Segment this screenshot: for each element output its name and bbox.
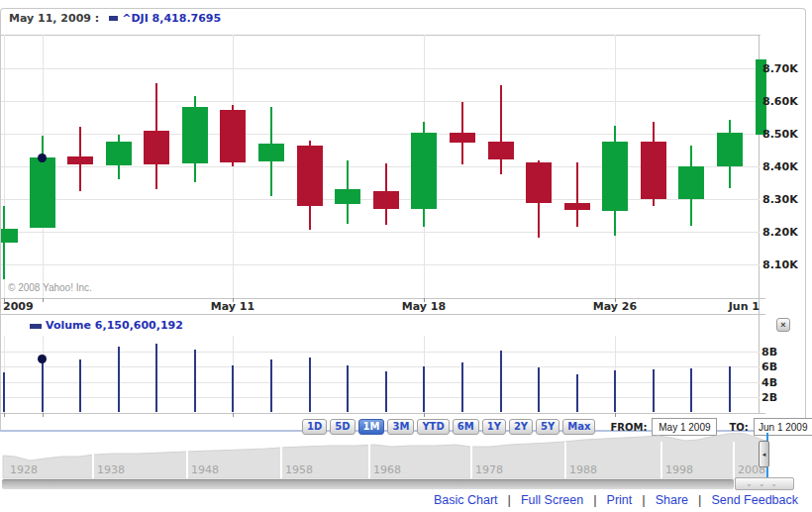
volume-axis-label: 6B bbox=[761, 360, 777, 373]
volume-bar[interactable] bbox=[538, 367, 540, 412]
footer-link-basic-chart[interactable]: Basic Chart bbox=[434, 493, 498, 507]
candlestick[interactable] bbox=[144, 131, 169, 164]
volume-bar[interactable] bbox=[423, 366, 425, 412]
volume-gridline bbox=[1, 397, 760, 398]
volume-bar[interactable] bbox=[79, 359, 81, 412]
price-axis-label: 8.30K bbox=[762, 193, 798, 206]
x-tick bbox=[4, 413, 5, 417]
volume-bar[interactable] bbox=[500, 351, 502, 412]
decade-separator bbox=[280, 442, 282, 478]
volume-bar[interactable] bbox=[194, 350, 196, 412]
decade-label: 1948 bbox=[191, 463, 219, 476]
x-tick bbox=[615, 298, 616, 302]
volume-bar[interactable] bbox=[42, 358, 44, 412]
candlestick[interactable] bbox=[335, 189, 360, 204]
candlestick[interactable] bbox=[258, 144, 284, 161]
candlestick[interactable] bbox=[106, 142, 132, 165]
price-axis-label: 8.60K bbox=[762, 95, 798, 108]
volume-bar[interactable] bbox=[232, 365, 234, 412]
candlestick[interactable] bbox=[411, 133, 437, 209]
header-symbol: ^DJI bbox=[122, 12, 149, 25]
decade-label: 1978 bbox=[475, 463, 503, 476]
decade-label: 1928 bbox=[10, 463, 38, 476]
close-volume-button[interactable]: × bbox=[776, 318, 790, 332]
header-date: May 11, 2009 : bbox=[9, 12, 99, 25]
candlestick[interactable] bbox=[602, 142, 628, 211]
footer-link-share[interactable]: Share bbox=[656, 493, 688, 507]
price-chart[interactable] bbox=[1, 35, 766, 298]
price-axis-label: 8.50K bbox=[762, 128, 798, 141]
candlestick[interactable] bbox=[30, 157, 55, 228]
volume-bar[interactable] bbox=[614, 370, 616, 412]
volume-gridline bbox=[1, 352, 760, 353]
footer-link-full-screen[interactable]: Full Screen bbox=[521, 493, 583, 507]
timeline-scroll-track[interactable] bbox=[2, 479, 734, 489]
volume-gridline bbox=[1, 366, 760, 367]
series-legend-swatch bbox=[109, 16, 118, 21]
x-tick bbox=[424, 298, 425, 302]
volume-bar[interactable] bbox=[653, 369, 655, 412]
volume-legend: Volume 6,150,600,192 bbox=[30, 319, 183, 333]
candlestick[interactable] bbox=[182, 107, 208, 163]
week-gridline bbox=[233, 35, 234, 298]
price-axis-label: 8.20K bbox=[762, 226, 798, 239]
candlestick[interactable] bbox=[450, 133, 475, 143]
candlestick[interactable] bbox=[373, 191, 399, 209]
candlestick[interactable] bbox=[641, 142, 666, 199]
candlestick[interactable] bbox=[678, 166, 704, 199]
volume-bar[interactable] bbox=[461, 362, 463, 412]
volume-bar[interactable] bbox=[385, 371, 387, 412]
timeline-slider-handle[interactable]: ◂ bbox=[759, 441, 769, 467]
footer-separator: | bbox=[642, 492, 645, 507]
date-axis-label: Jun 1 bbox=[680, 300, 760, 313]
timeline-expand-button[interactable]: ⌄⌄⌄ bbox=[735, 477, 794, 490]
footer-link-send-feedback[interactable]: Send Feedback bbox=[711, 493, 798, 507]
footer-link-print[interactable]: Print bbox=[607, 493, 633, 507]
selected-point-marker bbox=[38, 154, 47, 162]
footer-separator: | bbox=[593, 492, 596, 507]
chart-header: May 11, 2009 :^DJI 8,418.7695 bbox=[9, 12, 221, 28]
volume-bar[interactable] bbox=[729, 366, 731, 412]
candlestick[interactable] bbox=[717, 133, 743, 166]
price-axis-label: 8.10K bbox=[762, 258, 798, 271]
candlestick[interactable] bbox=[526, 162, 552, 203]
volume-chart[interactable] bbox=[1, 336, 760, 413]
price-plot-bottom-border bbox=[1, 298, 765, 299]
volume-axis-label: 2B bbox=[761, 391, 777, 404]
decade-separator bbox=[470, 442, 472, 478]
decade-label: 1968 bbox=[373, 463, 401, 476]
volume-legend-value: 6,150,600,192 bbox=[95, 319, 183, 332]
volume-bar[interactable] bbox=[270, 359, 272, 412]
price-gridline bbox=[1, 232, 760, 233]
volume-bar[interactable] bbox=[155, 344, 157, 412]
header-value: 8,418.7695 bbox=[152, 12, 222, 25]
volume-legend-swatch bbox=[30, 324, 42, 329]
volume-axis-label: 8B bbox=[761, 346, 777, 358]
candlestick[interactable] bbox=[220, 110, 246, 162]
decade-label: 1938 bbox=[97, 463, 125, 476]
volume-bar[interactable] bbox=[576, 374, 578, 412]
x-tick bbox=[4, 298, 5, 302]
to-label: TO: bbox=[729, 422, 748, 433]
price-gridline bbox=[1, 101, 760, 102]
x-tick bbox=[233, 413, 234, 417]
candle-wick[interactable] bbox=[3, 206, 5, 279]
candlestick[interactable] bbox=[67, 156, 93, 164]
volume-bar[interactable] bbox=[3, 372, 5, 412]
selected-volume-marker bbox=[38, 355, 47, 363]
decade-separator bbox=[733, 442, 735, 478]
volume-bar[interactable] bbox=[690, 368, 692, 412]
candlestick[interactable] bbox=[488, 142, 514, 159]
decade-separator bbox=[92, 442, 94, 478]
candlestick[interactable] bbox=[1, 229, 18, 243]
candle-wick[interactable] bbox=[576, 162, 578, 227]
volume-bar[interactable] bbox=[347, 365, 349, 412]
volume-bar[interactable] bbox=[118, 347, 120, 412]
candlestick[interactable] bbox=[297, 146, 323, 206]
footer-separator: | bbox=[508, 492, 511, 507]
candlestick[interactable] bbox=[564, 203, 590, 210]
volume-bar[interactable] bbox=[309, 358, 311, 412]
candle-wick[interactable] bbox=[500, 85, 502, 174]
volume-gridline bbox=[1, 382, 760, 383]
timeline-navigator: 192819381948195819681978198819982008 ◂ ⌄… bbox=[0, 433, 812, 490]
